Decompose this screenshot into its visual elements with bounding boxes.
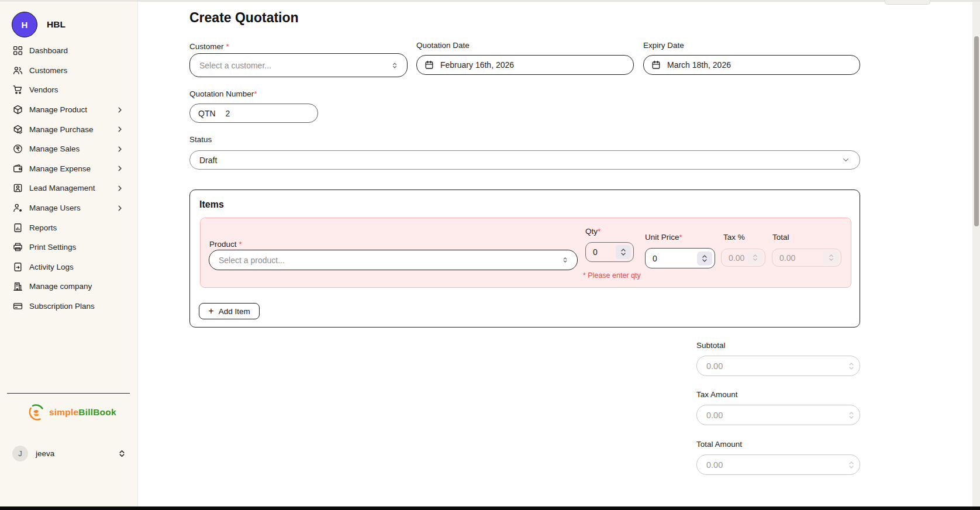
quotation-date-input[interactable]: February 16th, 2026: [416, 55, 634, 75]
sidebar-item-manage-purchase[interactable]: Manage Purchase: [0, 119, 138, 139]
number-stepper: [747, 251, 762, 265]
sidebar-item-customers[interactable]: Customers: [0, 61, 138, 81]
sidebar-item-vendors[interactable]: Vendors: [0, 80, 138, 100]
product-placeholder: Select a product...: [219, 256, 285, 265]
sidebar-item-label: Manage Expense: [29, 164, 91, 173]
sidebar-item-label: Manage Sales: [29, 144, 80, 153]
scrollbar-thumb[interactable]: [974, 36, 979, 226]
user-avatar: J: [12, 446, 28, 461]
sidebar-item-print-settings[interactable]: Print Settings: [0, 237, 138, 257]
sidebar-item-reports[interactable]: Reports: [0, 218, 138, 237]
sidebar-item-manage-product[interactable]: Manage Product: [0, 100, 138, 120]
product-select[interactable]: Select a product...: [209, 250, 578, 270]
printer-icon: [13, 242, 23, 252]
window-bottom-edge: [0, 506, 980, 510]
add-item-button[interactable]: + Add Item: [199, 303, 260, 319]
expiry-date-value: March 18th, 2026: [667, 60, 731, 70]
logo-text-simple: simple: [49, 407, 78, 417]
calendar-icon: [425, 60, 434, 70]
sidebar-item-activity-logs[interactable]: Activity Logs: [0, 257, 138, 277]
chevron-up-down-icon: [561, 256, 569, 264]
required-asterisk: *: [239, 240, 242, 249]
unit-price-value[interactable]: [653, 254, 697, 263]
sidebar-item-manage-sales[interactable]: Manage Sales: [0, 139, 138, 159]
tax-percent-value: [729, 253, 747, 263]
sidebar-item-manage-expense[interactable]: Manage Expense: [0, 159, 138, 179]
status-select[interactable]: Draft: [189, 150, 860, 170]
qty-error-message: * Please enter qty: [583, 271, 641, 280]
number-stepper[interactable]: [697, 251, 712, 266]
sidebar-item-manage-company[interactable]: Manage company: [0, 277, 138, 297]
sidebar-item-label: Reports: [29, 223, 57, 232]
report-doc-icon: [13, 223, 23, 233]
number-stepper: [848, 362, 855, 370]
chevron-right-icon: [116, 184, 124, 192]
expiry-date-label: Expiry Date: [643, 41, 684, 50]
status-label: Status: [189, 135, 212, 144]
total-amount-label: Total Amount: [696, 440, 742, 449]
sidebar-item-label: Subscription Plans: [29, 302, 95, 311]
required-asterisk: *: [226, 42, 229, 51]
number-stepper: [848, 411, 855, 419]
expiry-date-input[interactable]: March 18th, 2026: [643, 55, 860, 75]
tax-percent-label: Tax %: [723, 233, 745, 242]
sidebar-item-label: Manage Purchase: [29, 125, 94, 134]
customer-label: Customer*: [189, 42, 229, 51]
dashboard-icon: [13, 46, 23, 56]
vendors-icon: [13, 85, 23, 95]
tax-percent-input: [721, 249, 765, 267]
quotation-number-prefix: QTN: [198, 109, 216, 118]
quotation-date-value: February 16th, 2026: [440, 60, 514, 70]
company-avatar: H: [12, 12, 37, 37]
sidebar-item-lead-management[interactable]: Lead Management: [0, 178, 138, 198]
chevron-down-icon: [841, 156, 850, 164]
line-total-value: [779, 253, 823, 263]
sidebar-item-subscription-plans[interactable]: Subscription Plans: [0, 297, 138, 316]
logo-text-billbook: BillBook: [78, 407, 116, 417]
sidebar: H HBL Dashboard Customers Vendors Manage…: [0, 0, 138, 506]
chevron-right-icon: [116, 106, 124, 114]
product-label: Product*: [209, 240, 242, 249]
activity-doc-icon: [13, 262, 23, 272]
sidebar-item-label: Activity Logs: [29, 263, 74, 271]
number-stepper[interactable]: [616, 245, 631, 259]
quotation-number-value: 2: [226, 109, 230, 118]
subtotal-label: Subtotal: [696, 341, 726, 350]
customer-select[interactable]: Select a customer...: [189, 53, 408, 77]
purchase-box-icon: [13, 125, 23, 135]
quotation-number-label: Quotation Number*: [189, 89, 257, 98]
chevron-up-down-icon: [391, 61, 399, 70]
scrollbar-track[interactable]: [972, 0, 980, 506]
sidebar-item-label: Vendors: [29, 85, 58, 94]
brand: H HBL: [0, 0, 137, 43]
window-top-notch: [885, 0, 930, 5]
unit-price-input[interactable]: [645, 248, 715, 268]
product-box-icon: [13, 105, 23, 115]
line-total-label: Total: [772, 233, 789, 242]
tax-amount-value: [706, 411, 848, 420]
chevron-right-icon: [116, 204, 124, 212]
number-stepper: [848, 461, 855, 469]
user-menu-button[interactable]: J jeeva: [12, 446, 126, 461]
subtotal-value: [706, 361, 848, 371]
tax-amount-label: Tax Amount: [696, 390, 738, 399]
user-name: jeeva: [36, 449, 54, 458]
sidebar-item-dashboard[interactable]: Dashboard: [0, 41, 138, 61]
qty-value[interactable]: [593, 247, 616, 257]
sidebar-item-manage-users[interactable]: Manage Users: [0, 198, 138, 218]
id-card-icon: [13, 183, 23, 193]
number-stepper: [823, 251, 838, 265]
simplebillbook-logo-icon: [27, 403, 46, 422]
qty-input[interactable]: [585, 242, 634, 262]
page-title: Create Quotation: [189, 10, 299, 26]
chevron-right-icon: [116, 125, 124, 133]
qty-label: Qty*: [585, 227, 601, 236]
sidebar-item-label: Dashboard: [29, 46, 68, 55]
sidebar-item-label: Lead Management: [29, 184, 95, 192]
plus-icon: +: [208, 306, 213, 316]
required-asterisk: *: [254, 89, 257, 98]
quotation-number-input[interactable]: QTN 2: [189, 104, 318, 123]
user-gear-icon: [13, 203, 23, 213]
unit-price-label: Unit Price*: [645, 233, 682, 242]
chevron-right-icon: [116, 145, 124, 153]
